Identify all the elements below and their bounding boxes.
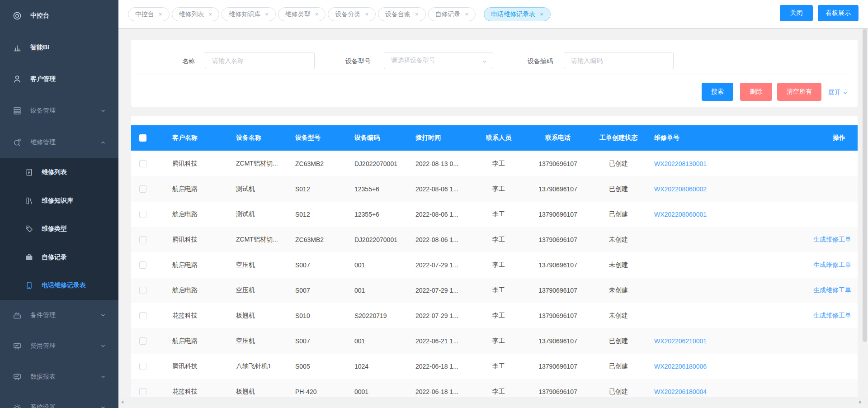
sidebar-item-备件管理[interactable]: 备件管理 <box>0 300 118 331</box>
repair-order-link[interactable]: WX202208130001 <box>654 160 707 167</box>
sidebar-submenu: 维修列表维修知识库维修类型自修记录电话维修记录表 <box>0 158 118 300</box>
clear-all-button[interactable]: 清空所有 <box>777 83 821 101</box>
vertical-scrollbar[interactable] <box>863 29 867 342</box>
tab-设备分类[interactable]: 设备分类× <box>328 7 376 21</box>
tab-close-icon[interactable]: × <box>540 11 543 17</box>
repair-order-link[interactable]: WX202206180004 <box>654 388 707 395</box>
row-checkbox[interactable] <box>139 388 146 395</box>
sidebar-item-数据报表[interactable]: 数据报表 <box>0 361 118 392</box>
tab-close-icon[interactable]: × <box>465 11 469 17</box>
sidebar-item-label: 维修管理 <box>30 138 56 147</box>
sidebar-item-智能BI[interactable]: 智能BI <box>0 32 118 63</box>
tab-close-icon[interactable]: × <box>415 11 419 17</box>
repair-order-link[interactable]: WX202208060001 <box>654 211 707 218</box>
row-checkbox[interactable] <box>139 312 146 319</box>
row-checkbox[interactable] <box>139 261 146 269</box>
cell-time: 2022-07-29 1... <box>415 303 479 328</box>
cell-status: 已创建 <box>596 328 641 354</box>
device-model-select[interactable]: 请选择设备型号 <box>384 52 493 69</box>
cell-order: WX202208060002 <box>654 176 763 202</box>
tab-label: 自修记录 <box>435 10 461 19</box>
cell-phone: 13790696107 <box>518 328 598 354</box>
row-checkbox[interactable] <box>139 363 146 370</box>
tab-label: 设备分类 <box>335 10 360 19</box>
scroll-right-arrow-icon[interactable] <box>858 399 863 403</box>
sidebar-item-维修管理[interactable]: 维修管理 <box>0 127 118 158</box>
scroll-left-arrow-icon[interactable] <box>120 399 125 403</box>
row-checkbox[interactable] <box>139 185 146 193</box>
tab-设备台账[interactable]: 设备台账× <box>378 7 426 21</box>
sidebar-subitem-自修记录[interactable]: 自修记录 <box>0 243 118 272</box>
repair-order-link[interactable]: WX202208060002 <box>654 185 707 193</box>
expand-link[interactable]: 展开 <box>828 89 848 97</box>
tab-close-icon[interactable]: × <box>365 11 368 17</box>
column-header-联系电话: 联系电话 <box>518 125 598 151</box>
board-display-button[interactable]: 看板展示 <box>818 5 859 21</box>
tab-维修知识库[interactable]: 维修知识库× <box>222 7 276 21</box>
toolbox-icon <box>13 311 22 320</box>
tab-电话维修记录表[interactable]: 电话维修记录表× <box>484 7 551 21</box>
search-button[interactable]: 搜索 <box>702 83 733 101</box>
cell-status: 已创建 <box>596 354 641 379</box>
row-checkbox[interactable] <box>139 211 146 218</box>
cell-order <box>654 278 763 303</box>
tab-自修记录[interactable]: 自修记录× <box>428 7 476 21</box>
cell-status: 未创建 <box>596 227 641 252</box>
tab-维修列表[interactable]: 维修列表× <box>172 7 220 21</box>
cell-action: 生成维修工单 <box>763 227 851 252</box>
sidebar-item-设备管理[interactable]: 设备管理 <box>0 95 118 127</box>
cell-device: 空压机 <box>236 278 295 303</box>
sidebar-subitem-维修知识库[interactable]: 维修知识库 <box>0 187 118 215</box>
select-all-checkbox[interactable] <box>139 134 146 142</box>
cell-code: DJ2022070001 <box>354 227 415 252</box>
tab-close-icon[interactable]: × <box>159 11 162 17</box>
create-repair-order-link[interactable]: 生成维修工单 <box>813 286 851 294</box>
cell-action <box>763 379 851 397</box>
gear-icon <box>13 403 22 408</box>
row-checkbox[interactable] <box>139 160 146 167</box>
name-input[interactable] <box>205 52 315 69</box>
expand-label: 展开 <box>828 89 841 97</box>
row-checkbox[interactable] <box>139 287 146 294</box>
cell-phone: 13790696107 <box>518 303 598 328</box>
close-button[interactable]: 关闭 <box>780 5 813 21</box>
create-repair-order-link[interactable]: 生成维修工单 <box>813 236 851 244</box>
row-checkbox[interactable] <box>139 236 146 243</box>
repair-order-link[interactable]: WX202206210001 <box>654 337 707 345</box>
cell-customer: 花篮科技 <box>172 303 236 328</box>
tab-close-icon[interactable]: × <box>209 11 212 17</box>
device-code-input[interactable] <box>564 52 674 69</box>
cell-customer: 航启电路 <box>172 328 236 354</box>
cell-device: 板翘机 <box>236 303 295 328</box>
cell-model: S007 <box>295 278 354 303</box>
horizontal-scrollbar[interactable] <box>118 397 868 404</box>
tab-中控台[interactable]: 中控台× <box>128 7 170 21</box>
table-row: 花篮科技板翘机S010S202207192022-07-29 1...李工137… <box>131 303 858 328</box>
delete-button[interactable]: 删除 <box>740 83 772 101</box>
cell-customer: 航启电路 <box>172 278 236 303</box>
sidebar-subitem-label: 维修类型 <box>42 225 67 233</box>
tab-close-icon[interactable]: × <box>315 11 319 17</box>
sidebar-subitem-维修列表[interactable]: 维修列表 <box>0 158 118 187</box>
sidebar-subitem-维修类型[interactable]: 维修类型 <box>0 215 118 243</box>
sidebar-subitem-电话维修记录表[interactable]: 电话维修记录表 <box>0 271 118 300</box>
bottom-strip <box>118 405 868 408</box>
create-repair-order-link[interactable]: 生成维修工单 <box>813 312 851 320</box>
cell-model: S007 <box>295 252 354 278</box>
sidebar-item-费用管理[interactable]: 费用管理 <box>0 331 118 361</box>
repair-order-link[interactable]: WX202206180006 <box>654 363 707 370</box>
tab-close-icon[interactable]: × <box>265 11 269 17</box>
tab-维修类型[interactable]: 维修类型× <box>278 7 326 21</box>
tab-label: 维修类型 <box>285 10 311 19</box>
table-row: 花篮科技板翘机PH-42000012022-06-18 1...李工137906… <box>131 379 858 397</box>
records-table: 客户名称设备名称设备型号设备编码拨打时间联系人员联系电话工单创建状态维修单号操作… <box>131 116 858 397</box>
device-model-placeholder: 请选择设备型号 <box>391 57 435 65</box>
sidebar: 中控台智能BI客户管理设备管理维修管理维修列表维修知识库维修类型自修记录电话维修… <box>0 0 118 408</box>
tab-label: 维修知识库 <box>229 10 260 19</box>
row-checkbox[interactable] <box>139 337 146 345</box>
sidebar-item-客户管理[interactable]: 客户管理 <box>0 63 118 95</box>
cell-status: 已创建 <box>596 176 641 202</box>
create-repair-order-link[interactable]: 生成维修工单 <box>813 261 851 269</box>
sidebar-item-系统设置[interactable]: 系统设置 <box>0 392 118 408</box>
sidebar-item-中控台[interactable]: 中控台 <box>0 0 118 32</box>
